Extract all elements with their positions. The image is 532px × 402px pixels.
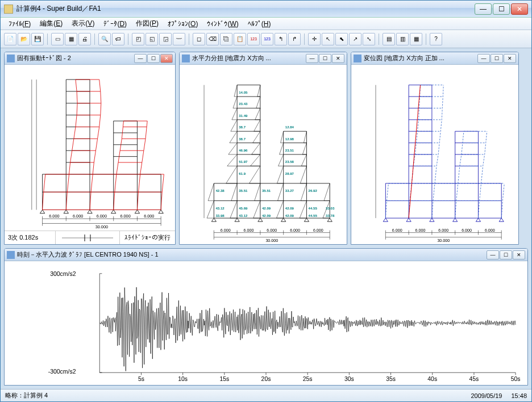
tb-cursor1-icon[interactable]: ✛: [308, 33, 321, 45]
child-window-displacement: 変位図 [地震力 X方向 正加 ... — ☐ ✕: [351, 52, 519, 245]
tb-cursor5-icon[interactable]: ⤡: [363, 33, 375, 45]
child-titlebar[interactable]: 時刻－水平入力波 ｸﾞﾗﾌ [EL CENTRO 1940 NS] - 1 — …: [5, 249, 527, 261]
child-close-button[interactable]: ✕: [160, 54, 173, 63]
toolbar: 📄 📂 💾 ▭ ▦ 🖨 🔍 🏷 ◰ ◱ ◲ 〰 ◻ ⌫ ⿻ 📋 123 123 …: [1, 30, 531, 48]
svg-text:44.55: 44.55: [309, 206, 318, 210]
child-close-button[interactable]: ✕: [513, 250, 525, 259]
svg-text:33.78: 33.78: [326, 213, 335, 217]
svg-text:14.05: 14.05: [239, 90, 248, 94]
tb-win1-icon[interactable]: ▤: [383, 33, 395, 45]
child-maximize-button[interactable]: ☐: [319, 54, 331, 63]
menu-window[interactable]: ｳｨﾝﾄﾞｳ(W): [202, 18, 243, 30]
child-window-waveform: 時刻－水平入力波 ｸﾞﾗﾌ [EL CENTRO 1940 NS] - 1 — …: [4, 248, 528, 386]
menu-help[interactable]: ﾍﾙﾌﾟ(H): [243, 18, 276, 30]
child-window-icon: [182, 55, 190, 62]
tb-win2-icon[interactable]: ▥: [396, 33, 409, 45]
svg-text:15s: 15s: [219, 375, 229, 382]
tb-cursor3-icon[interactable]: ⬉: [335, 33, 348, 45]
svg-text:12.84: 12.84: [285, 125, 294, 129]
child-minimize-button[interactable]: —: [477, 54, 490, 63]
svg-text:6.000: 6.000: [244, 228, 254, 233]
status-date: 2009/05/19: [471, 392, 502, 399]
minimize-button[interactable]: —: [475, 3, 492, 15]
svg-text:26.92: 26.92: [309, 189, 318, 192]
child-titlebar[interactable]: 変位図 [地震力 X方向 正加 ... — ☐ ✕: [351, 52, 518, 65]
toolbar-separator: [128, 34, 128, 45]
child-window-icon: [7, 55, 15, 62]
child-maximize-button[interactable]: ☐: [147, 54, 160, 63]
svg-text:25s: 25s: [303, 375, 313, 382]
tb-view3-icon[interactable]: ◲: [159, 33, 172, 45]
tb-save-icon[interactable]: 💾: [31, 33, 44, 45]
child-close-button[interactable]: ✕: [504, 54, 516, 63]
svg-text:6.000: 6.000: [267, 228, 277, 233]
tb-grid-icon[interactable]: ▦: [65, 33, 77, 45]
toolbar-separator: [426, 34, 426, 45]
slideshow-button[interactable]: ｽﾗｲﾄﾞｼｮｰの実行: [120, 231, 175, 244]
tb-prop-icon[interactable]: ▭: [51, 33, 64, 45]
svg-text:6.000: 6.000: [144, 213, 154, 219]
child-window-title: 変位図 [地震力 X方向 正加 ...: [364, 54, 477, 62]
svg-text:38.7: 38.7: [239, 137, 246, 141]
svg-text:45.69: 45.69: [239, 206, 248, 210]
tb-win3-icon[interactable]: ▦: [410, 33, 422, 45]
menu-view[interactable]: 表示(V): [67, 17, 99, 30]
child-maximize-button[interactable]: ☐: [491, 54, 503, 63]
child-maximize-button[interactable]: ☐: [500, 250, 512, 259]
displacement-svg: 6.000 6.000 6.000 6.000 6.000 30.000: [351, 65, 518, 244]
tb-cursor4-icon[interactable]: ↗: [349, 33, 361, 45]
svg-text:40s: 40s: [427, 375, 437, 382]
child-titlebar[interactable]: 水平力分担 [地震力 X方向 ... — ☐ ✕: [180, 52, 347, 65]
tb-cursor2-icon[interactable]: ↖: [322, 33, 334, 45]
menu-option[interactable]: ｵﾌﾟｼｮﾝ(O): [163, 18, 202, 30]
tb-help-icon[interactable]: ?: [430, 33, 442, 45]
toolbar-separator: [47, 34, 48, 45]
app-icon: [4, 5, 13, 14]
tb-open-icon[interactable]: 📂: [18, 33, 30, 45]
child-close-button[interactable]: ✕: [332, 54, 344, 63]
mode-shape-svg: 6.000 6.000 6.000 6.000 6.000 30.000: [5, 65, 175, 231]
svg-text:30.000: 30.000: [265, 238, 278, 243]
tb-new-icon[interactable]: 📄: [4, 33, 16, 45]
horizontal-force-svg: 14.05 23.43 31.49 38.7 12.84 38.7 12.98 …: [180, 65, 347, 244]
tb-print-icon[interactable]: 🖨: [78, 33, 91, 45]
child-minimize-button[interactable]: —: [134, 54, 147, 63]
mode-slider[interactable]: [56, 231, 120, 244]
maximize-button[interactable]: ☐: [493, 3, 510, 15]
svg-text:46.96: 46.96: [239, 148, 248, 152]
svg-text:33.03: 33.03: [326, 206, 335, 210]
menu-data[interactable]: ﾃﾞｰﾀ(D): [99, 18, 131, 30]
svg-text:31.49: 31.49: [239, 114, 248, 118]
tb-del-icon[interactable]: ⌫: [206, 33, 219, 45]
svg-text:-300cm/s2: -300cm/s2: [48, 368, 76, 375]
svg-text:6.000: 6.000: [438, 228, 448, 233]
tb-view1-icon[interactable]: ◰: [132, 33, 144, 45]
svg-text:42.09: 42.09: [285, 206, 294, 210]
svg-text:30.000: 30.000: [437, 238, 450, 243]
tb-tag-icon[interactable]: 🏷: [112, 33, 124, 45]
status-time: 15:48: [511, 392, 527, 399]
child-minimize-button[interactable]: —: [306, 54, 318, 63]
tb-paste-icon[interactable]: 📋: [234, 33, 246, 45]
svg-text:10s: 10s: [178, 375, 188, 382]
menu-file[interactable]: ﾌｧｲﾙ(F): [4, 18, 35, 30]
menu-plot[interactable]: 作図(P): [131, 17, 163, 30]
tb-view4-icon[interactable]: 〰: [173, 33, 185, 45]
tb-view2-icon[interactable]: ◱: [146, 33, 158, 45]
svg-text:42.09: 42.09: [262, 206, 271, 210]
mode-shape-plot: 6.000 6.000 6.000 6.000 6.000 30.000: [5, 65, 175, 231]
menu-edit[interactable]: 編集(E): [35, 17, 67, 30]
close-button[interactable]: ✕: [511, 3, 528, 15]
tb-find-icon[interactable]: 🔍: [98, 33, 111, 45]
tb-arrow-r-icon[interactable]: ↱: [288, 33, 301, 45]
svg-text:6.000: 6.000: [221, 228, 231, 233]
svg-text:51.97: 51.97: [239, 160, 248, 164]
tb-arrow-l-icon[interactable]: ↰: [275, 33, 287, 45]
tb-new2-icon[interactable]: ◻: [193, 33, 205, 45]
child-titlebar[interactable]: 固有振動ﾓｰﾄﾞ図 - 2 — ☐ ✕: [5, 52, 175, 65]
tb-num2-icon[interactable]: 123: [261, 33, 273, 45]
tb-num1-icon[interactable]: 123: [247, 33, 260, 45]
tb-copy-icon[interactable]: ⿻: [220, 33, 232, 45]
child-minimize-button[interactable]: —: [487, 250, 499, 259]
svg-text:42.38: 42.38: [215, 189, 225, 192]
